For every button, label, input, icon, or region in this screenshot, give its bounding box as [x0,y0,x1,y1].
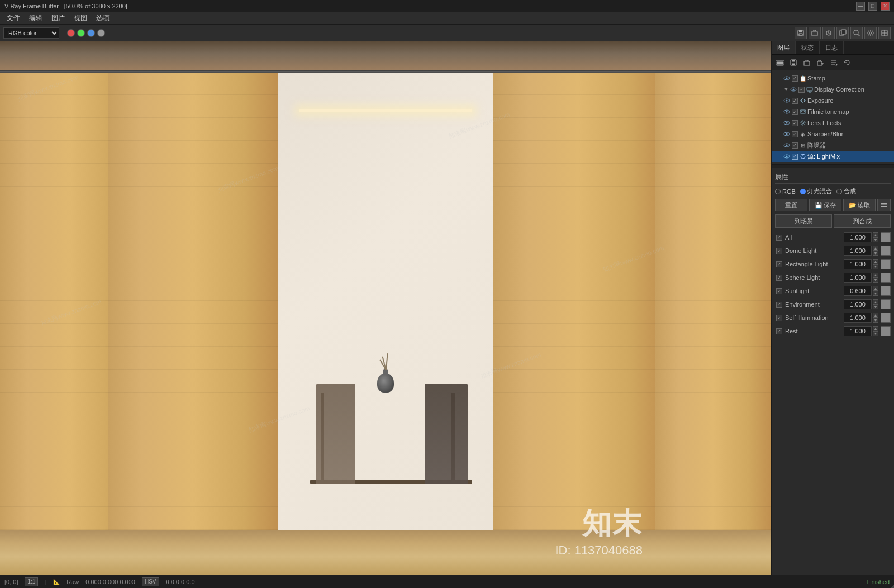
check-lens[interactable]: ✓ [791,119,798,127]
lm-check-rect[interactable] [775,260,783,268]
lm-input-all[interactable] [844,232,872,242]
lm-color-rect[interactable] [881,259,891,269]
lm-check-sphere[interactable] [775,274,783,281]
load-render-button[interactable] [809,27,821,39]
menu-image[interactable]: 图片 [47,12,69,24]
tree-item-sharpen[interactable]: ✓ ◈ Sharpen/Blur [772,128,894,140]
settings-button[interactable] [864,27,877,39]
eye-icon-lens[interactable] [783,119,791,127]
lm-input-self[interactable] [844,313,872,323]
save-render-button[interactable] [795,27,807,39]
undo-btn[interactable] [841,56,853,69]
canvas-area[interactable]: 知末网www.znzmo.com 知末网www.znzmo.com 知末网www… [0,41,771,575]
lm-checkbox-all[interactable] [776,235,782,241]
check-stamp[interactable]: ✓ [791,74,798,82]
reset-button[interactable]: 重置 [775,199,807,211]
lm-color-sphere[interactable] [881,273,891,283]
to-composite-button[interactable]: 到合成 [834,214,891,228]
to-scene-button[interactable]: 到场景 [775,214,832,228]
lm-spin-up-self[interactable]: ▲ [873,313,878,318]
lm-spin-down-sphere[interactable]: ▼ [873,278,878,283]
lm-check-env[interactable] [775,300,783,308]
save-layer-btn[interactable] [787,56,800,69]
minimize-button[interactable]: — [856,2,865,11]
save-button[interactable]: 💾 保存 [809,199,841,211]
maximize-button[interactable]: □ [868,2,877,11]
tree-item-lens[interactable]: ✓ Lens Effects [772,117,894,128]
lm-check-sun[interactable] [775,287,783,295]
lm-check-self[interactable] [775,314,783,322]
alpha-channel-button[interactable] [97,29,105,37]
lm-color-env[interactable] [881,299,891,309]
tree-item-display-correction[interactable]: ▼ ✓ Display Correction [772,84,894,95]
lm-spin-down-all[interactable]: ▼ [873,237,878,242]
lm-spin-up-rect[interactable]: ▲ [873,259,878,264]
lm-color-all[interactable] [881,232,891,242]
clone-button[interactable] [836,27,849,39]
load-button[interactable]: 📂 读取 [843,199,876,211]
lens-button[interactable] [850,27,863,39]
eye-icon-exposure[interactable] [783,97,791,104]
eye-icon-denoise[interactable] [783,141,791,149]
tab-layers[interactable]: 图层 [772,41,796,54]
close-button[interactable]: ✕ [881,2,890,11]
lm-spin-up-env[interactable]: ▲ [873,299,878,304]
check-display[interactable]: ✓ [797,85,805,93]
radio-lightmix[interactable]: 灯光混合 [800,187,832,195]
lm-checkbox-self[interactable] [776,315,782,321]
lm-spin-up-all[interactable]: ▲ [873,232,878,237]
more-button[interactable] [877,199,891,211]
tab-log[interactable]: 日志 [820,41,844,54]
lm-input-env[interactable] [844,299,872,309]
lm-input-sphere[interactable] [844,273,872,283]
color-correct-button[interactable] [822,27,835,39]
menu-view[interactable]: 视图 [69,12,92,24]
lm-checkbox-sphere[interactable] [776,275,782,281]
expand-display-correction[interactable]: ▼ [783,86,790,93]
hsv-button[interactable]: HSV [142,577,159,586]
radio-rgb[interactable]: RGB [775,188,796,195]
blue-channel-button[interactable] [87,29,95,37]
lm-checkbox-dome[interactable] [776,248,782,254]
lm-check-all[interactable] [775,233,783,241]
lm-color-self[interactable] [881,313,891,323]
lm-color-rest[interactable] [881,326,891,336]
radio-composite[interactable]: 合成 [836,187,856,195]
tab-status[interactable]: 状态 [796,41,820,54]
lm-spin-up-dome[interactable]: ▲ [873,246,878,251]
check-sharpen[interactable]: ✓ [791,130,798,138]
menu-options[interactable]: 选项 [92,12,114,24]
tree-item-filmic[interactable]: ✓ Filmic tonemap [772,106,894,117]
lm-input-rect[interactable] [844,259,872,269]
check-denoise[interactable]: ✓ [791,141,798,149]
tree-item-denoise[interactable]: ✓ ⊞ 降噪器 [772,140,894,151]
lm-check-rest[interactable] [775,327,783,335]
color-mode-select[interactable]: RGB color [3,27,59,39]
eye-icon-display[interactable] [790,85,797,93]
lm-color-sun[interactable] [881,286,891,296]
lm-input-sun[interactable] [844,286,872,296]
lm-spin-down-rest[interactable]: ▼ [873,331,878,336]
lm-spin-down-env[interactable]: ▼ [873,304,878,309]
check-filmic[interactable]: ✓ [791,108,798,116]
lm-checkbox-rest[interactable] [776,328,782,334]
zoom-11-button[interactable]: 1:1 [25,577,38,586]
check-exposure[interactable]: ✓ [791,97,798,104]
lm-spin-down-sun[interactable]: ▼ [873,291,878,296]
lm-checkbox-sun[interactable] [776,288,782,294]
lm-spin-up-sphere[interactable]: ▲ [873,273,878,278]
lm-spin-up-rest[interactable]: ▲ [873,326,878,331]
check-lightmix[interactable]: ✓ [791,152,798,160]
lm-input-rest[interactable] [844,326,872,336]
lm-input-dome[interactable] [844,246,872,256]
eye-icon-sharpen[interactable] [783,130,791,138]
tree-item-lightmix[interactable]: ✓ 源: LightMix [772,151,894,162]
menu-edit[interactable]: 编辑 [25,12,47,24]
green-channel-button[interactable] [77,29,85,37]
lm-check-dome[interactable] [775,247,783,255]
resize-handle[interactable] [886,580,894,588]
load-layer-btn[interactable] [801,56,813,69]
eye-icon-stamp[interactable] [783,74,791,82]
lm-spin-down-self[interactable]: ▼ [873,318,878,323]
eye-icon-lightmix[interactable] [783,152,791,160]
